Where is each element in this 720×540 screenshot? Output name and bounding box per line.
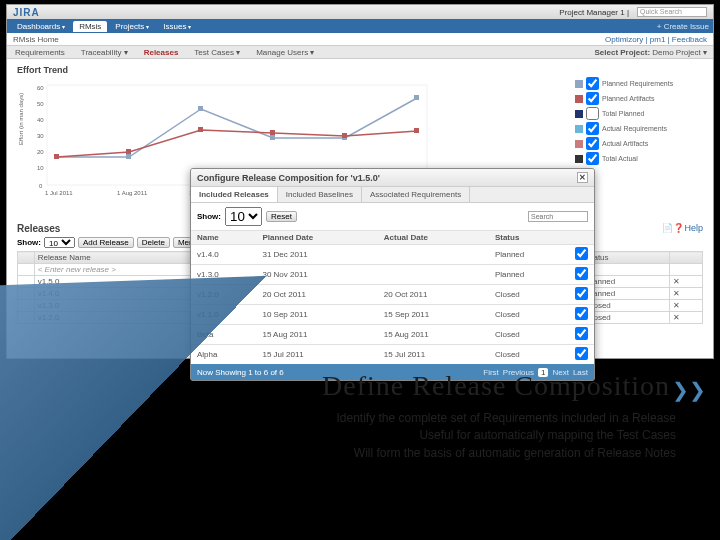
show-select[interactable]: 10 [44, 237, 75, 248]
row-checkbox[interactable] [575, 287, 588, 300]
user-label[interactable]: Project Manager 1 | [559, 8, 629, 17]
slide-body: Identify the complete set of Requirement… [336, 410, 676, 462]
nav-projects[interactable]: Projects▾ [109, 21, 155, 32]
legend-cb-total-actual[interactable] [586, 152, 599, 165]
svg-text:10: 10 [37, 165, 44, 171]
modal-search-input[interactable] [528, 211, 588, 222]
col-header [569, 231, 594, 245]
jira-main-nav: Dashboards▾ RMsis Projects▾ Issues▾ + Cr… [7, 19, 713, 33]
svg-text:30: 30 [37, 133, 44, 139]
tab-traceability[interactable]: Traceability ▾ [73, 46, 136, 59]
svg-text:Effort (in man days): Effort (in man days) [18, 93, 24, 145]
table-row[interactable]: v1.1.010 Sep 201115 Sep 2011Closed [191, 305, 594, 325]
modal-status: Now Showing 1 to 6 of 6 [197, 368, 284, 377]
svg-rect-24 [54, 154, 59, 159]
rmsis-tabs: Requirements Traceability ▾ Releases Tes… [7, 45, 713, 59]
mtab-included-baselines[interactable]: Included Baselines [278, 187, 362, 202]
svg-text:20: 20 [37, 149, 44, 155]
col-header: Status [582, 252, 669, 264]
tab-testcases[interactable]: Test Cases ▾ [186, 46, 248, 59]
modal-table: NamePlanned DateActual DateStatus v1.4.0… [191, 230, 594, 364]
slide-title: Define Release Composition [322, 370, 670, 402]
table-row[interactable]: v1.4.031 Dec 2011Planned [191, 245, 594, 265]
legend-cb-planned-art[interactable] [586, 92, 599, 105]
breadcrumb[interactable]: RMsis Home [13, 35, 59, 44]
col-header: Planned Date [256, 231, 377, 245]
row-checkbox[interactable] [575, 327, 588, 340]
chart-legend: Planned Requirements Planned Artifacts T… [575, 77, 705, 167]
modal-show-select[interactable]: 10 [225, 207, 262, 226]
table-row[interactable]: v1.3.030 Nov 2011Planned [191, 265, 594, 285]
row-checkbox[interactable] [575, 347, 588, 360]
tab-releases[interactable]: Releases [136, 46, 187, 59]
modal-title: Configure Release Composition for 'v1.5.… [197, 173, 380, 183]
legend-cb-planned-req[interactable] [586, 77, 599, 90]
table-row[interactable]: Beta15 Aug 201115 Aug 2011Closed [191, 325, 594, 345]
jira-subheader: RMsis Home Optimizory | pm1 | Feedback [7, 33, 713, 45]
row-checkbox[interactable] [575, 307, 588, 320]
svg-text:60: 60 [37, 85, 44, 91]
add-release-button[interactable]: Add Release [78, 237, 134, 248]
table-row[interactable]: v1.2.020 Oct 201120 Oct 2011Closed [191, 285, 594, 305]
feedback-link[interactable]: Optimizory | pm1 | Feedback [605, 35, 707, 44]
col-header: Name [191, 231, 256, 245]
modal-header: Configure Release Composition for 'v1.5.… [191, 169, 594, 187]
row-checkbox[interactable] [575, 247, 588, 260]
chart-title: Effort Trend [17, 65, 703, 75]
legend-cb-actual-art[interactable] [586, 137, 599, 150]
tab-manageusers[interactable]: Manage Users ▾ [248, 46, 322, 59]
quick-search-input[interactable]: Quick Search [637, 7, 707, 17]
svg-rect-25 [126, 149, 131, 154]
svg-text:0: 0 [39, 183, 43, 189]
help-link[interactable]: 📄❓Help [662, 223, 703, 233]
svg-text:1 Jul 2011: 1 Jul 2011 [45, 190, 73, 196]
nav-issues[interactable]: Issues▾ [157, 21, 197, 32]
mtab-associated-req[interactable]: Associated Requirements [362, 187, 470, 202]
reset-button[interactable]: Reset [266, 211, 297, 222]
col-header: Actual Date [378, 231, 489, 245]
svg-rect-26 [198, 127, 203, 132]
jira-header: JIRA Project Manager 1 | Quick Search [7, 5, 713, 19]
nav-rmsis[interactable]: RMsis [73, 21, 107, 32]
svg-rect-29 [414, 128, 419, 133]
col-header [18, 252, 35, 264]
modal-toolbar: Show: 10 Reset [191, 203, 594, 230]
svg-rect-27 [270, 130, 275, 135]
legend-cb-actual-req[interactable] [586, 122, 599, 135]
table-row[interactable]: Alpha15 Jul 201115 Jul 2011Closed [191, 345, 594, 365]
svg-text:40: 40 [37, 117, 44, 123]
svg-text:1 Aug 2011: 1 Aug 2011 [117, 190, 148, 196]
modal-tabs: Included Releases Included Baselines Ass… [191, 187, 594, 203]
tab-requirements[interactable]: Requirements [7, 46, 73, 59]
chevron-right-icon: ❯❯ [672, 378, 706, 402]
svg-rect-28 [342, 133, 347, 138]
jira-logo: JIRA [13, 7, 40, 18]
svg-rect-20 [198, 106, 203, 111]
col-header [669, 252, 702, 264]
select-project[interactable]: Select Project: Demo Project ▾ [594, 48, 713, 57]
close-icon[interactable]: ✕ [577, 172, 588, 183]
col-header: Status [489, 231, 569, 245]
legend-cb-total-planned[interactable] [586, 107, 599, 120]
nav-dashboards[interactable]: Dashboards▾ [11, 21, 71, 32]
svg-rect-19 [126, 154, 131, 159]
mtab-included-releases[interactable]: Included Releases [191, 187, 278, 202]
row-checkbox[interactable] [575, 267, 588, 280]
svg-text:50: 50 [37, 101, 44, 107]
delete-button[interactable]: Delete [137, 237, 170, 248]
svg-rect-21 [270, 135, 275, 140]
svg-rect-23 [414, 95, 419, 100]
release-composition-modal: Configure Release Composition for 'v1.5.… [190, 168, 595, 381]
create-issue-link[interactable]: + Create Issue [657, 22, 709, 31]
